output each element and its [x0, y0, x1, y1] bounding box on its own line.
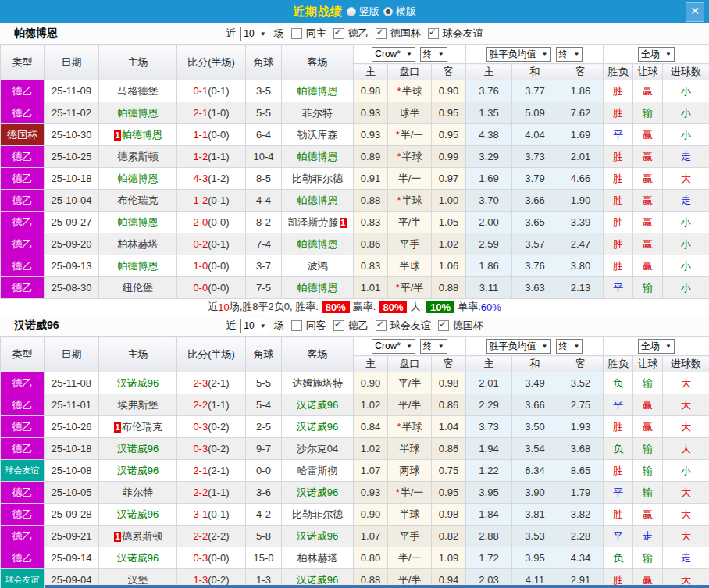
match-row: 德乙25-11-01埃弗斯堡2-2(1-1)5-4汉诺威961.02平/半0.8… [1, 394, 709, 416]
radio-horizontal-label: 横版 [396, 5, 416, 19]
unit-label: 场 [274, 319, 284, 333]
scope-select[interactable]: 全场▼ [638, 339, 675, 354]
competition-checkbox[interactable] [438, 320, 449, 331]
home-team: 汉诺威96 [99, 372, 177, 394]
league-badge: 德乙 [1, 416, 45, 438]
league-badge: 德乙 [1, 233, 45, 255]
away-avg: 2.28 [558, 526, 604, 547]
same-venue-checkbox[interactable] [291, 320, 302, 331]
chevron-down-icon: ▼ [406, 51, 412, 58]
star-mark: * [397, 151, 401, 162]
away-team-name: 汉诺威96 [297, 574, 338, 586]
corners-cell: 5-8 [246, 526, 282, 547]
column-header: 主场 [99, 337, 177, 372]
same-venue-checkbox[interactable] [291, 28, 302, 39]
star-mark: * [396, 282, 400, 294]
match-count-select[interactable]: 10▼ [240, 27, 269, 41]
home-team: 菲尔特 [99, 482, 177, 504]
odds-company-select[interactable]: Crow*▼ [372, 47, 415, 62]
home-odds: 0.90 [354, 372, 388, 394]
match-row: 德国杯25-10-301帕德博恩1-1(0-0)6-4勒沃库森0.93*半/一0… [1, 124, 709, 146]
competition-checkbox[interactable] [333, 320, 344, 331]
result-goals: 小 [663, 255, 709, 277]
home-avg: 3.11 [466, 277, 512, 299]
away-odds: 0.82 [432, 526, 466, 547]
final-select[interactable]: 终▼ [420, 339, 447, 354]
score-cell: 1-0(0-0) [177, 255, 246, 277]
competition-checkbox[interactable] [333, 28, 344, 39]
results-table: 类型日期主场比分(半场)角球客场Crow*▼终▼胜平负均值▼终▼全场▼主盘口客主… [0, 45, 709, 299]
draw-avg: 3.54 [512, 438, 558, 460]
away-team-name: 帕德博恩 [297, 151, 338, 162]
match-row: 球会友谊25-10-08汉诺威962-1(2-1)0-0哈雷斯彻1.07两球0.… [1, 460, 709, 482]
draw-avg: 3.95 [512, 547, 558, 569]
corners-cell: 15-0 [246, 547, 282, 569]
radio-horizontal[interactable]: 横版 [383, 5, 416, 19]
column-header: 角球 [246, 337, 282, 372]
result-handicap: 输 [633, 482, 663, 504]
corners-cell: 8-2 [246, 212, 282, 233]
close-icon[interactable]: ✕ [686, 2, 704, 22]
competition-checkbox[interactable] [376, 320, 387, 331]
match-date: 25-11-02 [45, 102, 99, 124]
final-select[interactable]: 终▼ [556, 47, 583, 62]
away-team-name: 帕德博恩 [297, 282, 338, 294]
full-score: 4-3 [193, 173, 208, 184]
odds-company-select[interactable]: Crow*▼ [372, 339, 415, 354]
league-badge: 德乙 [1, 526, 45, 547]
match-date: 25-11-08 [45, 372, 99, 394]
score-cell: 0-0(0-0) [177, 277, 246, 299]
home-team: 1德累斯顿 [99, 526, 177, 547]
competition-checkbox[interactable] [376, 28, 387, 39]
away-team-name: 菲尔特 [302, 107, 333, 119]
draw-avg: 3.63 [512, 277, 558, 299]
home-team: 帕德博恩 [99, 212, 177, 233]
home-team-name: 纽伦堡 [123, 282, 153, 294]
handicap-value: 两球 [400, 465, 420, 476]
result-wdl: 平 [604, 277, 633, 299]
draw-avg: 3.77 [512, 80, 558, 102]
match-count-select[interactable]: 10▼ [240, 319, 269, 333]
column-header: 盘口 [388, 356, 432, 372]
home-odds: 0.90 [354, 504, 388, 526]
competition-checkbox[interactable] [428, 28, 439, 39]
match-row: 德乙25-09-27帕德博恩2-0(0-0)8-2凯泽斯劳滕10.83平/半1.… [1, 212, 709, 233]
final-select[interactable]: 终▼ [556, 339, 583, 354]
away-team: 汉诺威96 [282, 416, 354, 438]
away-team: 帕德博恩 [282, 146, 354, 168]
final-select-value: 终 [423, 48, 438, 61]
result-wdl: 胜 [604, 102, 633, 124]
result-wdl: 胜 [604, 504, 633, 526]
score-cell: 2-0(0-0) [177, 212, 246, 233]
away-odds: 1.00 [432, 190, 466, 212]
column-header: 主场 [99, 45, 177, 80]
scope-select[interactable]: 全场▼ [638, 47, 675, 62]
handicap-cell: *半球 [388, 416, 432, 438]
score-cell: 4-3(1-2) [177, 168, 246, 190]
away-avg: 2.75 [558, 394, 604, 416]
handicap-cell: 平/半 [388, 394, 432, 416]
column-header: 让球 [633, 356, 663, 372]
column-header: 客 [432, 356, 466, 372]
away-avg: 3.39 [558, 212, 604, 233]
away-odds: 0.98 [432, 504, 466, 526]
wdl-average-select[interactable]: 胜平负均值▼ [486, 339, 551, 354]
result-handicap: 输 [633, 102, 663, 124]
away-odds: 0.88 [432, 277, 466, 299]
final-select[interactable]: 终▼ [420, 47, 447, 62]
match-count-select-value: 10 [244, 320, 259, 331]
away-team-name: 达姆施塔特 [292, 377, 343, 389]
radio-vertical[interactable]: 竖版 [347, 5, 379, 19]
scope-dropdown-cell: 全场▼ [604, 45, 709, 64]
final-select-value: 终 [559, 340, 574, 353]
home-avg: 1.86 [466, 255, 512, 277]
result-goals: 大 [663, 482, 709, 504]
column-header: 进球数 [663, 356, 709, 372]
match-date: 25-09-28 [45, 504, 99, 526]
home-team-name: 帕德博恩 [118, 260, 159, 272]
summary-badge: 80% [322, 301, 350, 313]
corners-cell: 4-4 [246, 190, 282, 212]
wdl-average-select[interactable]: 胜平负均值▼ [486, 47, 551, 62]
league-badge: 德乙 [1, 80, 45, 102]
result-goals: 大 [663, 504, 709, 526]
